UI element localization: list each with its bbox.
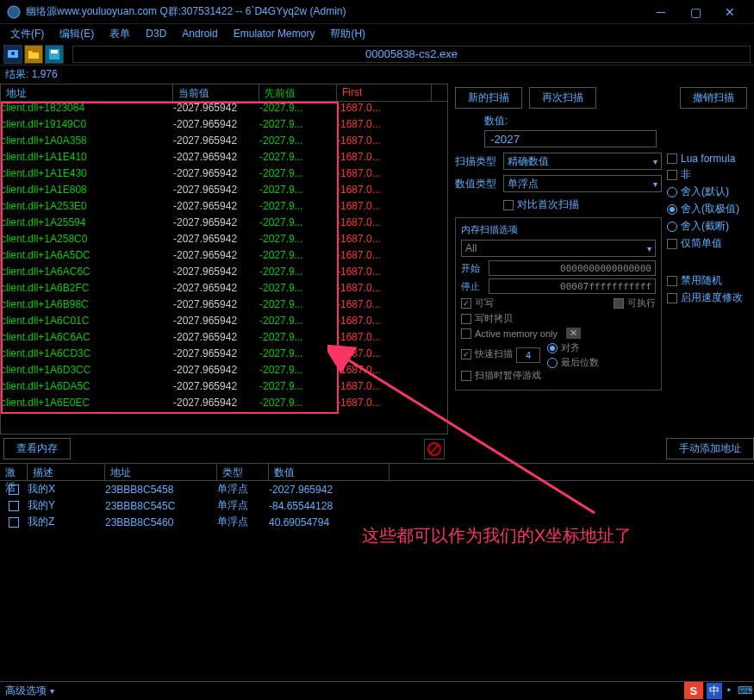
fast-scan-value[interactable] (516, 347, 540, 363)
bcol-type[interactable]: 类型 (217, 464, 269, 480)
save-icon[interactable] (45, 45, 64, 64)
round-extreme-radio[interactable] (667, 204, 677, 215)
clear-icon[interactable] (424, 439, 445, 459)
ime-keyboard-icon[interactable]: ⌨ (736, 684, 754, 697)
last-digit-radio[interactable] (547, 358, 558, 368)
lang-icon[interactable]: 中 (707, 683, 722, 699)
chevron-down-icon: ▾ (647, 244, 651, 253)
bcol-addr[interactable]: 地址 (105, 464, 217, 480)
new-scan-button[interactable]: 新的扫描 (455, 87, 522, 109)
result-row[interactable]: client.dll+1A6C01C-2027.965942-2027.9...… (1, 315, 447, 331)
lua-formula-checkbox[interactable] (667, 153, 677, 164)
fast-scan-checkbox[interactable] (461, 349, 471, 359)
start-address-input[interactable] (489, 260, 656, 276)
result-row[interactable]: client.dll+1A6DA5C-2027.965942-2027.9...… (1, 380, 447, 397)
value-type-select[interactable]: 单浮点▾ (503, 175, 662, 192)
menu-help[interactable]: 帮助(H) (323, 25, 372, 43)
result-row[interactable]: client.dll+1A6A5DC-2027.965942-2027.9...… (1, 249, 447, 266)
result-row[interactable]: client.dll+1A1E808-2027.965942-2027.9...… (1, 184, 447, 200)
maximize-button[interactable]: ▢ (678, 2, 713, 22)
not-checkbox[interactable] (667, 170, 677, 180)
chevron-down-icon: ▾ (653, 157, 657, 166)
disable-random-checkbox[interactable] (667, 276, 677, 286)
scan-value-input[interactable] (484, 130, 657, 147)
svg-rect-4 (51, 50, 58, 53)
bcol-active[interactable]: 激活 (0, 464, 28, 480)
results-count: 结果: 1,976 (0, 66, 754, 84)
compare-first-label: 对比首次扫描 (517, 197, 579, 212)
result-row[interactable]: client.dll+1A1E410-2027.965942-2027.9...… (1, 151, 447, 167)
active-memory-checkbox[interactable] (461, 328, 471, 339)
enable-speed-checkbox[interactable] (667, 293, 677, 303)
memopt-all-select[interactable]: All▾ (461, 240, 656, 257)
address-list-row[interactable]: 我的Y23BBB8C545C单浮点-84.65544128 (0, 497, 754, 514)
advanced-options[interactable]: 高级选项 (5, 684, 47, 698)
attached-process[interactable]: 00005838-cs2.exe (72, 46, 751, 63)
svg-line-6 (430, 445, 439, 453)
view-memory-button[interactable]: 查看内存 (3, 438, 71, 459)
menu-android[interactable]: Android (175, 26, 224, 41)
results-table: 地址 当前值 先前值 First client.dll+1823084-2027… (0, 84, 448, 434)
select-process-icon[interactable] (3, 45, 22, 64)
ime-dot-icon[interactable]: • (726, 684, 732, 697)
close-x-icon[interactable]: ✕ (566, 328, 581, 339)
result-row[interactable]: client.dll+1A6B2FC-2027.965942-2027.9...… (1, 282, 447, 298)
scan-type-select[interactable]: 精确数值▾ (503, 153, 662, 170)
freeze-checkbox[interactable] (9, 484, 19, 495)
stop-label: 停止 (461, 280, 485, 293)
statusbar: 高级选项 ▾ (0, 681, 754, 700)
value-type-label: 数值类型 (455, 177, 500, 191)
memopt-title: 内存扫描选项 (461, 223, 656, 236)
result-row[interactable]: client.dll+1A253E0-2027.965942-2027.9...… (1, 200, 447, 216)
col-first[interactable]: First (337, 84, 432, 101)
menu-edit[interactable]: 编辑(E) (53, 25, 101, 43)
col-previous[interactable]: 先前值 (259, 84, 337, 101)
address-list-row[interactable]: 我的Z23BBB8C5460单浮点40.69054794 (0, 514, 754, 530)
stop-address-input[interactable] (489, 278, 656, 294)
result-row[interactable]: client.dll+1A25594-2027.965942-2027.9...… (1, 216, 447, 233)
col-current[interactable]: 当前值 (173, 84, 259, 101)
bcol-desc[interactable]: 描述 (28, 464, 105, 480)
result-row[interactable]: client.dll+1A258C0-2027.965942-2027.9...… (1, 233, 447, 249)
menu-emulator[interactable]: Emulator Memory (227, 26, 322, 41)
chevron-down-icon[interactable]: ▾ (50, 686, 54, 696)
undo-scan-button[interactable]: 撤销扫描 (680, 87, 747, 109)
freeze-checkbox[interactable] (9, 501, 19, 511)
round-trunc-radio[interactable] (667, 222, 677, 232)
writable-checkbox[interactable] (461, 298, 471, 309)
result-row[interactable]: client.dll+19149C0-2027.965942-2027.9...… (1, 118, 447, 134)
results-header: 地址 当前值 先前值 First (1, 84, 447, 102)
result-row[interactable]: client.dll+1A6B98C-2027.965942-2027.9...… (1, 298, 447, 315)
freeze-checkbox[interactable] (9, 517, 19, 528)
align-radio[interactable] (547, 343, 558, 353)
minimize-button[interactable]: ─ (644, 2, 678, 22)
start-label: 开始 (461, 262, 485, 275)
svg-point-0 (8, 6, 20, 18)
result-row[interactable]: client.dll+1A6AC6C-2027.965942-2027.9...… (1, 266, 447, 282)
ime-icon[interactable]: S (684, 682, 703, 699)
result-row[interactable]: client.dll+1A6E0EC-2027.965942-2027.9...… (1, 397, 447, 413)
open-file-icon[interactable] (24, 45, 43, 64)
next-scan-button[interactable]: 再次扫描 (529, 87, 596, 109)
manual-add-button[interactable]: 手动添加地址 (666, 438, 754, 459)
executable-checkbox[interactable] (614, 298, 624, 309)
cow-checkbox[interactable] (461, 314, 471, 324)
menu-file[interactable]: 文件(F) (3, 25, 51, 43)
menu-d3d[interactable]: D3D (139, 26, 173, 41)
pause-game-checkbox[interactable] (461, 371, 471, 381)
result-row[interactable]: client.dll+1A6CD3C-2027.965942-2027.9...… (1, 347, 447, 364)
address-list-row[interactable]: 我的X23BBB8C5458单浮点-2027.965942 (0, 481, 754, 497)
simple-only-checkbox[interactable] (667, 239, 677, 249)
result-row[interactable]: client.dll+1A6D3CC-2027.965942-2027.9...… (1, 364, 447, 380)
result-row[interactable]: client.dll+1A0A358-2027.965942-2027.9...… (1, 134, 447, 151)
menu-table[interactable]: 表单 (103, 25, 137, 43)
close-button[interactable]: ✕ (713, 2, 747, 22)
round-default-radio[interactable] (667, 187, 677, 197)
compare-first-checkbox[interactable] (503, 200, 514, 210)
bcol-value[interactable]: 数值 (269, 464, 389, 480)
result-row[interactable]: client.dll+1823084-2027.965942-2027.9...… (1, 102, 447, 118)
col-address[interactable]: 地址 (1, 84, 173, 101)
memory-scan-options: 内存扫描选项 All▾ 开始 停止 可写 可执行 写时拷贝 (455, 217, 662, 391)
result-row[interactable]: client.dll+1A1E430-2027.965942-2027.9...… (1, 167, 447, 184)
result-row[interactable]: client.dll+1A6C6AC-2027.965942-2027.9...… (1, 331, 447, 347)
